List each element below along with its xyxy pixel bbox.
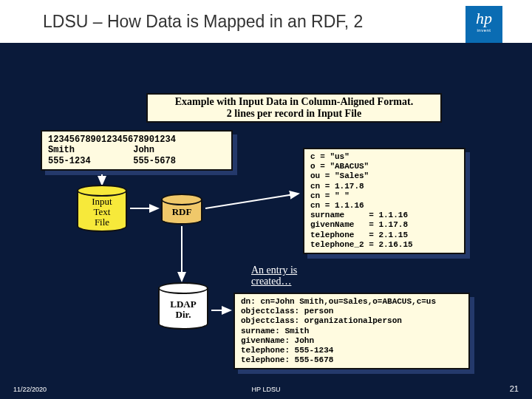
entry-created-label: An entry is created… (251, 265, 297, 287)
svg-line-2 (205, 194, 299, 208)
footer-date: 11/22/2020 (13, 386, 47, 393)
slide-title: LDSU – How Data is Mapped in an RDF, 2 (43, 12, 363, 32)
slide-content: Example with Input Data in Column-Aligne… (0, 89, 532, 384)
example-line2: 2 lines per record in Input File (151, 108, 437, 120)
hp-logo: hp invent (466, 6, 502, 43)
footer-page-number: 21 (510, 384, 519, 393)
example-caption-box: Example with Input Data in Column-Aligne… (146, 93, 442, 123)
example-line1: Example with Input Data in Column-Aligne… (151, 96, 437, 108)
footer-center: HP LDSU (252, 386, 281, 393)
rdf-output-box: c = "us" o = "ABACUS" ou = "Sales" cn = … (303, 148, 466, 254)
band-spacer (0, 44, 532, 89)
ldap-label: LDAP Dir. (158, 288, 208, 330)
cylinder-top-icon (158, 282, 208, 294)
cylinder-top-icon (161, 194, 202, 205)
hp-logo-text: hp (466, 9, 502, 28)
input-file-label: Input Text File (77, 191, 127, 232)
hp-logo-subtext: invent (466, 28, 502, 33)
input-data-box: 123456789012345678901234 Smith John 555-… (41, 130, 233, 171)
slide-header: LDSU – How Data is Mapped in an RDF, 2 h… (0, 0, 532, 43)
cylinder-top-icon (77, 185, 127, 197)
ldap-output-box: dn: cn=John Smith,ou=Sales,o=ABACUS,c=us… (233, 293, 470, 369)
